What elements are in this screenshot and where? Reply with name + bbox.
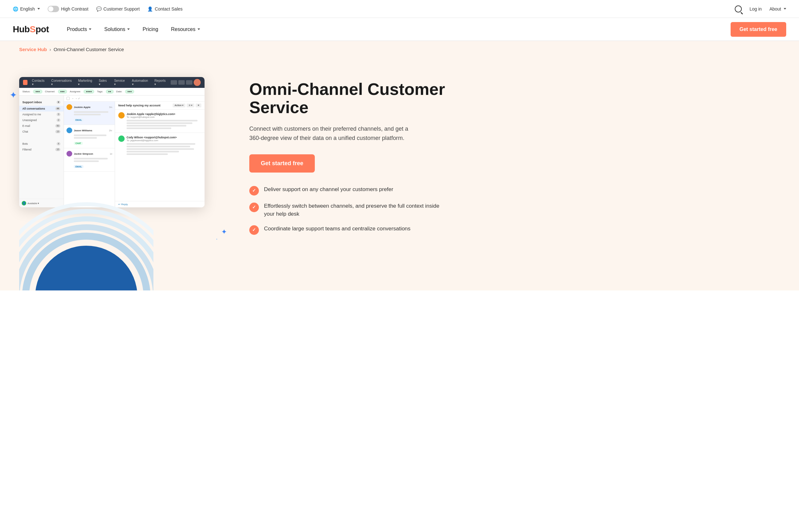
mockup-content: Support inbox ▾ All conversations44 Assi… — [19, 96, 205, 207]
high-contrast-toggle[interactable]: High Contrast — [47, 6, 89, 12]
mockup-msg-line-6 — [127, 146, 190, 147]
mockup-line-3 — [74, 134, 107, 136]
mockup-btn-1 — [171, 80, 177, 85]
mockup-filter-channel-label: Channel: — [45, 90, 55, 93]
mockup-sidebar-chat[interactable]: Chat13 — [19, 129, 63, 134]
mockup-line-4 — [74, 137, 97, 139]
mockup-msg-line-1 — [127, 120, 197, 121]
resources-label: Resources — [171, 26, 195, 32]
app-mockup: Contacts ▾ Conversations ▾ Marketing ▾ S… — [19, 77, 205, 207]
mockup-nav-automation: Automation ▾ — [130, 78, 150, 87]
mockup-msg-line-5 — [127, 143, 195, 145]
nav-products[interactable]: Products — [62, 24, 96, 35]
mockup-nav-conversations: Conversations ▾ — [49, 78, 74, 87]
contact-sales-link[interactable]: 👤 Contact Sales — [147, 6, 183, 12]
mockup-detail-sender: Jookim Apple <apple@biglytics.com> — [127, 112, 175, 116]
mockup-main-area: ← → ✓ Jookim Apple 3m — [64, 96, 205, 207]
mockup-detail-to-2: To: jappleseed@biglytics.com — [127, 139, 177, 142]
mockup-msg-line-7 — [127, 148, 194, 150]
mockup-time-jackie: 1d — [110, 153, 112, 155]
feature-item-2: ✓ Effortlessly switch between channels, … — [249, 202, 448, 218]
mockup-sidebar-unassigned[interactable]: Unassigned2 — [19, 117, 63, 123]
mockup-line-2 — [74, 114, 101, 115]
mockup-filter-assignee-chip: ●●●● — [83, 90, 94, 94]
mockup-action-btn-1[interactable]: Action ▾ — [173, 103, 185, 107]
mockup-nav-marketing: Marketing ▾ — [76, 78, 94, 87]
chevron-down-icon — [784, 8, 786, 10]
nav-bar: HubSpot Products Solutions Pricing Resou… — [0, 18, 799, 41]
language-label: English — [20, 6, 35, 12]
mockup-conv-jookim[interactable]: Jookim Apple 3m EMAIL — [64, 101, 115, 125]
mockup-nav-reports: Reports ▾ — [152, 78, 168, 87]
mockup-sidebar-filtered[interactable]: Filtered15 — [19, 147, 63, 152]
check-icon-1: ✓ — [249, 186, 259, 195]
mockup-sidebar-bots[interactable]: Bots4 — [19, 141, 63, 147]
mockup-filter-status-label: Status: — [22, 90, 30, 93]
mockup-msg-line-3 — [127, 125, 186, 127]
support-icon: 💬 — [96, 6, 102, 12]
hero-title: Omni-Channel Customer Service — [249, 80, 448, 117]
toggle-switch[interactable] — [47, 6, 59, 12]
mockup-filter-channel-chip: ●●● — [58, 90, 68, 94]
mockup-line-6 — [74, 160, 99, 162]
get-started-button[interactable]: Get started free — [730, 22, 786, 37]
rainbow-svg — [19, 195, 153, 290]
main-nav: Products Solutions Pricing Resources — [62, 24, 730, 35]
nav-right: Get started free — [730, 22, 786, 37]
mockup-nav-sales: Sales ▾ — [97, 78, 110, 87]
search-button[interactable] — [735, 5, 742, 13]
feature-text-2: Effortlessly switch between channels, an… — [264, 202, 448, 218]
products-label: Products — [67, 26, 87, 32]
mockup-sidebar-email[interactable]: E-mail50 — [19, 123, 63, 129]
mockup-conv-jackie[interactable]: Jackie Simpson 1d EMAIL — [64, 148, 115, 172]
mockup-msg-line-8 — [127, 151, 179, 152]
mockup-nav-contacts: Contacts ▾ — [30, 78, 47, 87]
login-link[interactable]: Log in — [749, 6, 762, 12]
nav-solutions[interactable]: Solutions — [99, 24, 135, 35]
mockup-topbar-right — [171, 79, 201, 86]
breadcrumb-parent[interactable]: Service Hub — [19, 46, 47, 52]
mockup-line-1 — [74, 111, 108, 113]
mockup-action-close[interactable]: ✕ — [196, 103, 201, 107]
hero-cta-button[interactable]: Get started free — [249, 154, 315, 173]
mockup-checkbox — [66, 97, 70, 100]
check-icon-2: ✓ — [249, 203, 259, 212]
mockup-nav-service: Service ▾ — [112, 78, 127, 87]
logo[interactable]: HubSpot — [13, 24, 49, 35]
mockup-filter-bar: Status: ●●● Channel: ●●● Assignee: ●●●● … — [19, 88, 205, 96]
language-selector[interactable]: 🌐 English — [13, 6, 40, 12]
mockup-line-5 — [74, 158, 108, 159]
mockup-time-jason: 2hr — [109, 129, 112, 132]
mockup-action-btn-2[interactable]: ☆ ▾ — [187, 103, 194, 107]
mockup-avatar-jackie — [66, 151, 72, 156]
mockup-name-jackie: Jackie Simpson — [74, 152, 108, 155]
breadcrumb: Service Hub › Omni-Channel Customer Serv… — [0, 41, 799, 58]
customer-support-link[interactable]: 💬 Customer Support — [96, 6, 140, 12]
nav-resources[interactable]: Resources — [166, 24, 205, 35]
mockup-filter-status-chip: ●●● — [33, 90, 42, 94]
mockup-btn-3 — [186, 80, 192, 85]
mockup-subject: Need help syncing my account — [118, 104, 160, 107]
mockup-conv-jason[interactable]: Jason Williams 2hr CHAT — [64, 125, 115, 148]
about-label: About — [769, 6, 781, 12]
contact-sales-label: Contact Sales — [155, 6, 183, 12]
search-icon — [735, 5, 742, 13]
mockup-detail-avatar — [118, 112, 125, 118]
mockup-msg-line-2 — [127, 122, 192, 124]
high-contrast-label: High Contrast — [61, 6, 89, 12]
mockup-topbar: Contacts ▾ Conversations ▾ Marketing ▾ S… — [19, 77, 205, 88]
mockup-detail-avatar-2 — [118, 135, 125, 142]
nav-pricing[interactable]: Pricing — [137, 24, 163, 35]
mockup-time-jookim: 3m — [109, 106, 112, 108]
mockup-message-1: Jookim Apple <apple@biglytics.com> To: s… — [115, 110, 205, 133]
mockup-sidebar-all-conversations[interactable]: All conversations44 — [19, 106, 63, 112]
mockup-sidebar-assigned[interactable]: Assigned to me3 — [19, 112, 63, 117]
feature-text-3: Coordinate large support teams and centr… — [264, 225, 411, 233]
mockup-conversation-list: Jookim Apple 3m EMAIL — [64, 101, 115, 207]
mockup-name-jason: Jason Williams — [74, 129, 108, 132]
mockup-tag-chat: CHAT — [74, 142, 83, 145]
about-menu[interactable]: About — [769, 6, 786, 12]
top-bar: 🌐 English High Contrast 💬 Customer Suppo… — [0, 0, 799, 18]
mockup-tag-email-2: EMAIL — [74, 165, 83, 168]
mockup-tag-email-1: EMAIL — [74, 118, 83, 121]
